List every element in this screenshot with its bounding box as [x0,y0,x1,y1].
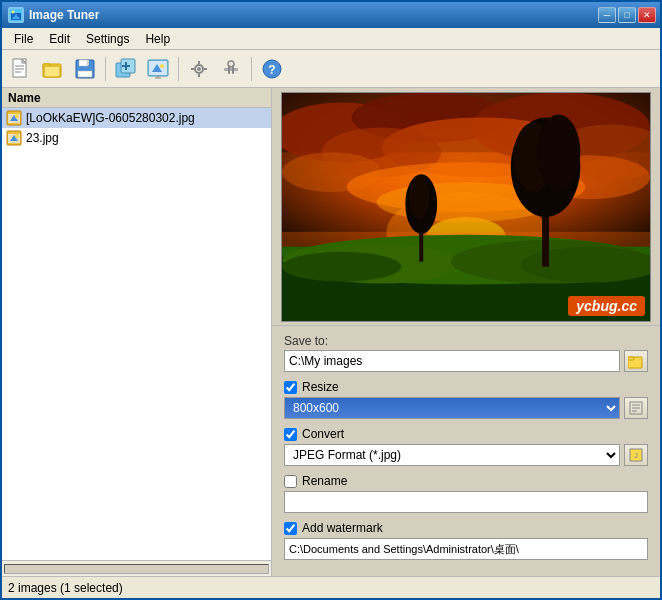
menu-edit[interactable]: Edit [41,30,78,48]
open-button[interactable] [38,54,68,84]
svg-text:?: ? [268,63,275,77]
watermark-input[interactable] [284,538,648,560]
save-to-input-row [284,350,648,372]
close-button[interactable]: ✕ [638,7,656,23]
watermark-checkbox[interactable] [284,522,297,535]
save-to-input[interactable] [284,350,620,372]
toolbar: ? [2,50,660,88]
svg-rect-32 [224,68,238,71]
svg-text:J: J [634,451,638,460]
main-content: Name [LoOkKaEW]G-0605280302.jpg [2,88,660,576]
svg-point-3 [12,11,15,14]
watermark-logo: ycbug.cc [568,296,645,316]
svg-rect-14 [78,71,92,77]
resize-label[interactable]: Resize [302,380,339,394]
window-title: Image Tuner [29,8,99,22]
convert-label[interactable]: Convert [302,427,344,441]
maximize-button[interactable]: □ [618,7,636,23]
file-scroll-area [2,560,271,576]
file-icon-1 [6,130,22,146]
minimize-button[interactable]: ─ [598,7,616,23]
watermark-row: Add watermark [284,521,648,560]
title-controls: ─ □ ✕ [598,7,656,23]
file-list[interactable]: [LoOkKaEW]G-0605280302.jpg 23.jpg [2,108,271,560]
menu-file[interactable]: File [6,30,41,48]
toolbar-separator-3 [251,57,252,81]
convert-edit-button[interactable]: J [624,444,648,466]
main-window: Image Tuner ─ □ ✕ File Edit Settings Hel… [0,0,662,600]
watermark-input-row [284,538,648,560]
save-to-label: Save to: [284,334,648,348]
resize-edit-icon [629,401,643,415]
rename-row: Rename [284,474,648,513]
save-to-row: Save to: [284,334,648,372]
folder-browse-icon [628,353,644,369]
svg-rect-11 [44,66,60,77]
svg-point-45 [15,134,19,138]
resize-checkbox-row: Resize [284,380,648,394]
new-button[interactable] [6,54,36,84]
svg-rect-13 [79,60,88,66]
preview-area: ycbug.cc [272,88,660,325]
convert-checkbox[interactable] [284,428,297,441]
rename-checkbox[interactable] [284,475,297,488]
preview-image: ycbug.cc [281,92,651,322]
resize-dropdown-row: 800x600 [284,397,648,419]
toolbar-separator-1 [105,57,106,81]
horizontal-scrollbar[interactable] [4,564,269,574]
toolbar-separator-2 [178,57,179,81]
scenic-svg [282,93,650,321]
svg-point-35 [228,61,234,67]
menu-settings[interactable]: Settings [78,30,137,48]
preview-button[interactable] [143,54,173,84]
svg-rect-15 [87,60,89,65]
save-button[interactable] [70,54,100,84]
title-bar: Image Tuner ─ □ ✕ [2,2,660,28]
svg-point-77 [537,114,581,190]
watermark-checkbox-row: Add watermark [284,521,648,535]
title-bar-left: Image Tuner [8,7,99,23]
convert-row: Convert JPEG Format (*.jpg) J [284,427,648,466]
help-button[interactable]: ? [257,54,287,84]
file-icon-0 [6,110,22,126]
resize-checkbox[interactable] [284,381,297,394]
svg-point-41 [15,114,19,118]
file-item-0[interactable]: [LoOkKaEW]G-0605280302.jpg [2,108,271,128]
right-panel: ycbug.cc Save to: [272,88,660,576]
add-files-button[interactable] [111,54,141,84]
convert-edit-icon: J [629,448,643,462]
file-panel: Name [LoOkKaEW]G-0605280302.jpg [2,88,272,576]
convert-dropdown-row: JPEG Format (*.jpg) J [284,444,648,466]
convert-dropdown[interactable]: JPEG Format (*.jpg) [284,444,620,466]
file-item-1[interactable]: 23.jpg [2,128,271,148]
tools-button[interactable] [216,54,246,84]
status-text: 2 images (1 selected) [8,581,123,595]
svg-rect-79 [628,357,634,360]
menu-help[interactable]: Help [137,30,178,48]
svg-point-67 [282,251,401,281]
rename-input[interactable] [284,491,648,513]
save-to-browse-button[interactable] [624,350,648,372]
svg-point-27 [197,67,201,71]
file-list-header: Name [2,88,271,108]
settings-panel: Save to: Re [272,325,660,576]
settings-button[interactable] [184,54,214,84]
convert-checkbox-row: Convert [284,427,648,441]
rename-checkbox-row: Rename [284,474,648,488]
menu-bar: File Edit Settings Help [2,28,660,50]
rename-label[interactable]: Rename [302,474,347,488]
resize-edit-button[interactable] [624,397,648,419]
app-icon [8,7,24,23]
resize-row: Resize 800x600 [284,380,648,419]
rename-input-row [284,491,648,513]
resize-dropdown[interactable]: 800x600 [284,397,620,419]
status-bar: 2 images (1 selected) [2,576,660,598]
svg-point-23 [160,64,164,68]
svg-point-71 [409,175,429,219]
watermark-label[interactable]: Add watermark [302,521,383,535]
